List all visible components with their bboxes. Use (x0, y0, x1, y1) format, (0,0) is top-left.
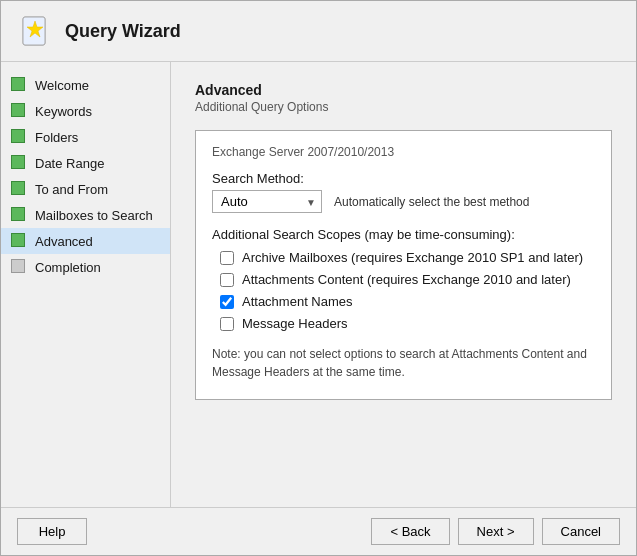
completion-status-icon (11, 259, 27, 275)
help-button[interactable]: Help (17, 518, 87, 545)
section-subtitle: Additional Query Options (195, 100, 612, 114)
dialog-title: Query Wizard (65, 21, 181, 42)
sidebar-item-keywords[interactable]: Keywords (1, 98, 170, 124)
sidebar-item-completion[interactable]: Completion (1, 254, 170, 280)
search-method-select[interactable]: Auto EWS MAPI (212, 190, 322, 213)
next-button[interactable]: Next > (458, 518, 534, 545)
sidebar-item-folders[interactable]: Folders (1, 124, 170, 150)
attachments-content-label: Attachments Content (requires Exchange 2… (242, 272, 571, 287)
dialog-footer: Help < Back Next > Cancel (1, 507, 636, 555)
welcome-status-icon (11, 77, 27, 93)
search-method-description: Automatically select the best method (334, 195, 529, 209)
note-text: Note: you can not select options to sear… (212, 345, 595, 381)
archive-checkbox-label: Archive Mailboxes (requires Exchange 201… (242, 250, 583, 265)
section-title: Advanced (195, 82, 612, 98)
back-button[interactable]: < Back (371, 518, 449, 545)
attachment-names-checkbox[interactable] (220, 295, 234, 309)
message-headers-checkbox[interactable] (220, 317, 234, 331)
sidebar-item-date-range[interactable]: Date Range (1, 150, 170, 176)
wizard-icon (17, 13, 53, 49)
sidebar: Welcome Keywords Folders Date Range To a… (1, 62, 171, 507)
checkbox-row-archive: Archive Mailboxes (requires Exchange 201… (212, 250, 595, 265)
dialog-header: Query Wizard (1, 1, 636, 62)
dialog-body: Welcome Keywords Folders Date Range To a… (1, 62, 636, 507)
group-box-title: Exchange Server 2007/2010/2013 (212, 145, 595, 159)
dialog: Query Wizard Welcome Keywords Folders Da… (0, 0, 637, 556)
search-method-select-wrapper: Auto EWS MAPI ▼ (212, 190, 322, 213)
archive-checkbox[interactable] (220, 251, 234, 265)
message-headers-label: Message Headers (242, 316, 348, 331)
to-and-from-status-icon (11, 181, 27, 197)
sidebar-item-advanced[interactable]: Advanced (1, 228, 170, 254)
checkbox-row-attachments-content: Attachments Content (requires Exchange 2… (212, 272, 595, 287)
exchange-group-box: Exchange Server 2007/2010/2013 Search Me… (195, 130, 612, 400)
sidebar-item-welcome[interactable]: Welcome (1, 72, 170, 98)
mailboxes-status-icon (11, 207, 27, 223)
search-method-row: Auto EWS MAPI ▼ Automatically select the… (212, 190, 595, 213)
checkbox-row-message-headers: Message Headers (212, 316, 595, 331)
advanced-status-icon (11, 233, 27, 249)
additional-scopes-label: Additional Search Scopes (may be time-co… (212, 227, 595, 242)
cancel-button[interactable]: Cancel (542, 518, 620, 545)
date-range-status-icon (11, 155, 27, 171)
attachments-content-checkbox[interactable] (220, 273, 234, 287)
sidebar-item-mailboxes-to-search[interactable]: Mailboxes to Search (1, 202, 170, 228)
sidebar-item-to-and-from[interactable]: To and From (1, 176, 170, 202)
attachment-names-label: Attachment Names (242, 294, 353, 309)
keywords-status-icon (11, 103, 27, 119)
footer-right: < Back Next > Cancel (371, 518, 620, 545)
footer-left: Help (17, 518, 87, 545)
folders-status-icon (11, 129, 27, 145)
search-method-label: Search Method: (212, 171, 595, 186)
main-content: Advanced Additional Query Options Exchan… (171, 62, 636, 507)
checkbox-row-attachment-names: Attachment Names (212, 294, 595, 309)
